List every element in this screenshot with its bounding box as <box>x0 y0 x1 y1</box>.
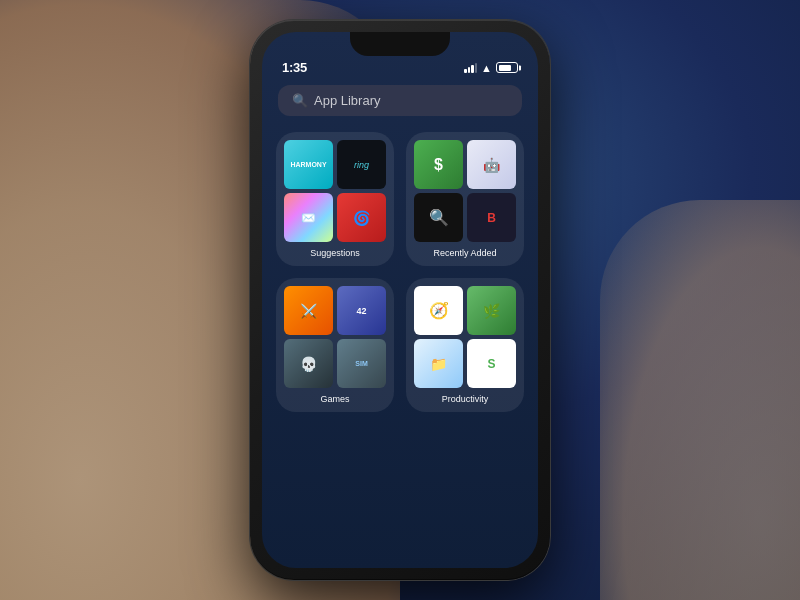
app-icon-harmony[interactable]: HARMONY <box>284 140 333 189</box>
app-icon-mail[interactable]: ✉️ <box>284 193 333 242</box>
folder-recently-added[interactable]: $ 🤖 🔍 B Recently Added <box>406 132 524 266</box>
status-icons: ▲ <box>464 62 518 74</box>
search-bar-container: 🔍 App Library <box>262 81 538 124</box>
phone-outer: 1:35 ▲ 🔍 <box>250 20 550 580</box>
app-icon-cash[interactable]: $ <box>414 140 463 189</box>
phone-screen: 1:35 ▲ 🔍 <box>262 32 538 568</box>
app-icon-ring[interactable]: ring <box>337 140 386 189</box>
notch <box>350 32 450 56</box>
search-placeholder: App Library <box>314 93 380 108</box>
hand-right <box>600 200 800 600</box>
folder-label-games: Games <box>320 394 349 404</box>
app-icon-nova[interactable]: 🌀 <box>337 193 386 242</box>
app-icon-leaf[interactable]: 🌿 <box>467 286 516 335</box>
app-icon-bot[interactable]: 🤖 <box>467 140 516 189</box>
folder-productivity[interactable]: 🧭 🌿 📁 S Productivity <box>406 278 524 412</box>
folder-apps-productivity: 🧭 🌿 📁 S <box>414 286 516 388</box>
app-grid: HARMONY ring ✉️ 🌀 Suggestions $ <box>262 124 538 420</box>
folder-apps-suggestions: HARMONY ring ✉️ 🌀 <box>284 140 386 242</box>
search-bar[interactable]: 🔍 App Library <box>278 85 522 116</box>
app-icon-s-app[interactable]: S <box>467 339 516 388</box>
app-icon-safari[interactable]: 🧭 <box>414 286 463 335</box>
search-icon: 🔍 <box>292 93 308 108</box>
folder-apps-games: ⚔️ 42 💀 SIM <box>284 286 386 388</box>
signal-icon <box>464 63 477 73</box>
battery-icon <box>496 62 518 73</box>
app-icon-files[interactable]: 📁 <box>414 339 463 388</box>
app-icon-magnify[interactable]: 🔍 <box>414 193 463 242</box>
folder-label-suggestions: Suggestions <box>310 248 360 258</box>
app-icon-dice[interactable]: 42 <box>337 286 386 335</box>
phone-wrapper: 1:35 ▲ 🔍 <box>250 20 550 580</box>
app-icon-warrior[interactable]: ⚔️ <box>284 286 333 335</box>
folder-suggestions[interactable]: HARMONY ring ✉️ 🌀 Suggestions <box>276 132 394 266</box>
folder-apps-recently-added: $ 🤖 🔍 B <box>414 140 516 242</box>
app-icon-skull[interactable]: 💀 <box>284 339 333 388</box>
folder-games[interactable]: ⚔️ 42 💀 SIM Games <box>276 278 394 412</box>
app-icon-bezel[interactable]: B <box>467 193 516 242</box>
wifi-icon: ▲ <box>481 62 492 74</box>
folder-label-productivity: Productivity <box>442 394 489 404</box>
status-time: 1:35 <box>282 60 307 75</box>
app-icon-sim[interactable]: SIM <box>337 339 386 388</box>
folder-label-recently-added: Recently Added <box>433 248 496 258</box>
